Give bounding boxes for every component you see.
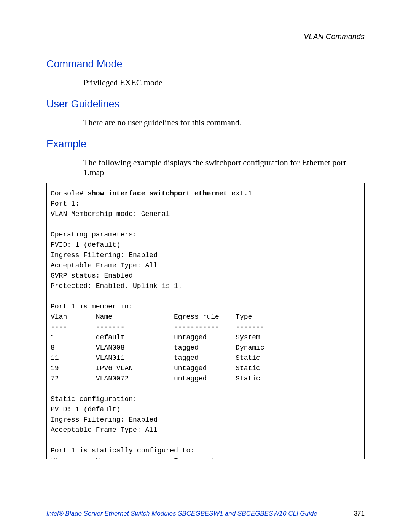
console-output: Port 1: VLAN Membership mode: General Op… bbox=[51, 200, 264, 459]
page: VLAN Commands Command Mode Privileged EX… bbox=[0, 0, 411, 532]
body-user-guidelines: There are no user guidelines for this co… bbox=[46, 118, 365, 128]
footer-page-number: 371 bbox=[354, 510, 365, 518]
heading-example: Example bbox=[46, 138, 365, 150]
code-block: Console# show interface switchport ether… bbox=[46, 183, 365, 459]
page-footer: Intel® Blade Server Ethernet Switch Modu… bbox=[0, 510, 411, 518]
console-command: show interface switchport ethernet bbox=[88, 190, 231, 197]
body-example: The following example displays the switc… bbox=[46, 158, 365, 177]
running-header: VLAN Commands bbox=[304, 32, 365, 41]
heading-command-mode: Command Mode bbox=[46, 58, 365, 70]
console-prompt: Console# bbox=[51, 190, 88, 197]
console-argument: ext.1 bbox=[231, 190, 252, 197]
heading-user-guidelines: User Guidelines bbox=[46, 98, 365, 110]
footer-title: Intel® Blade Server Ethernet Switch Modu… bbox=[46, 510, 317, 518]
body-command-mode: Privileged EXEC mode bbox=[46, 78, 365, 88]
